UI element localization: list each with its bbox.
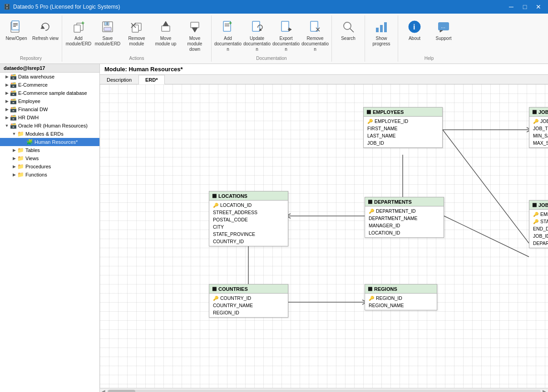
svg-line-51 bbox=[444, 216, 529, 257]
erd-connections bbox=[100, 84, 548, 388]
erd-field: STATE_PROVINCE bbox=[209, 230, 288, 238]
sidebar-item-employee[interactable]: ▶ 🗃️ Employee bbox=[0, 97, 99, 105]
erd-table-header-job-history: ▦ JOB_HISTORY bbox=[529, 201, 548, 210]
tree-toggle-data-warehouse: ▶ bbox=[4, 74, 10, 80]
title-bar: 🗄️ Dataedo 5 Pro (Licensed for Logic Sys… bbox=[0, 0, 548, 14]
erd-field: MAX_SALARY bbox=[529, 139, 548, 147]
maximize-button[interactable]: □ bbox=[519, 2, 531, 11]
horizontal-scrollbar[interactable]: ◀ ▶ bbox=[100, 388, 548, 392]
erd-field: JOB_ID bbox=[529, 232, 548, 240]
erd-field: LAST_NAME bbox=[364, 132, 442, 139]
sidebar-item-human-resources[interactable]: 🧩 Human Resources* bbox=[0, 138, 99, 146]
erd-field: DEPARTMENT_NAME bbox=[365, 215, 444, 222]
erd-canvas[interactable]: ▦ EMPLOYEES 🔑 EMPLOYEE_ID FIRST_NAME LAS… bbox=[100, 84, 548, 388]
erd-field: 🔑 LOCATION_ID bbox=[209, 201, 288, 209]
export-doc-button[interactable]: Export documentation bbox=[272, 16, 301, 54]
move-up-button[interactable]: Move module up bbox=[151, 16, 180, 54]
tab-erd[interactable]: ERD* bbox=[138, 75, 165, 84]
erd-table-employees[interactable]: ▦ EMPLOYEES 🔑 EMPLOYEE_ID FIRST_NAME LAS… bbox=[363, 107, 443, 148]
section-label-actions: Actions bbox=[62, 55, 211, 62]
erd-field: LOCATION_ID bbox=[365, 229, 444, 236]
toolbar: New/Open Refresh view Repository bbox=[0, 14, 548, 64]
about-button[interactable]: i About bbox=[400, 16, 429, 54]
section-label-progress bbox=[365, 60, 398, 62]
refresh-button[interactable]: Refresh view bbox=[31, 16, 60, 54]
sidebar-item-procedures[interactable]: ▶ 📁 Procedures bbox=[0, 162, 99, 171]
erd-field: JOB_TITLE bbox=[529, 125, 548, 132]
new-open-button[interactable]: New/Open bbox=[2, 16, 31, 54]
sidebar-item-oracle-hr[interactable]: ▼ 🗃️ Oracle HR (Human Resources) bbox=[0, 122, 99, 130]
erd-field: JOB_ID bbox=[364, 139, 442, 147]
erd-table-job-history[interactable]: ▦ JOB_HISTORY 🔑 EMPLOYEE_ID 🔑 START_DATE… bbox=[529, 200, 548, 248]
erd-field: 🔑 REGION_ID bbox=[365, 294, 437, 302]
erd-field: COUNTRY_NAME bbox=[209, 302, 288, 309]
sidebar: dataedo@lsrep17 ▶ 🗃️ Data warehouse ▶ 🗃️… bbox=[0, 64, 100, 392]
sidebar-item-financial-dw[interactable]: ▶ 🗃️ Financial DW bbox=[0, 105, 99, 113]
svg-point-33 bbox=[344, 22, 351, 29]
erd-field: COUNTRY_ID bbox=[209, 238, 288, 245]
add-module-button[interactable]: + Add module/ERD bbox=[64, 16, 93, 54]
svg-rect-36 bbox=[380, 25, 383, 32]
erd-table-header-countries: ▦ COUNTRIES bbox=[209, 284, 288, 294]
erd-field: REGION_ID bbox=[209, 309, 288, 316]
window-controls[interactable]: ─ □ ✕ bbox=[505, 2, 544, 11]
erd-table-header-locations: ▦ LOCATIONS bbox=[209, 191, 288, 201]
svg-rect-27 bbox=[281, 21, 289, 31]
svg-rect-37 bbox=[384, 22, 387, 32]
erd-table-regions[interactable]: ▦ REGIONS 🔑 REGION_ID REGION_NAME bbox=[365, 284, 437, 310]
section-label-documentation: Documentation bbox=[212, 55, 331, 62]
move-down-button[interactable]: Move module down bbox=[180, 16, 209, 54]
svg-line-47 bbox=[443, 130, 529, 243]
svg-line-34 bbox=[350, 29, 354, 32]
erd-table-countries[interactable]: ▦ COUNTRIES 🔑 COUNTRY_ID COUNTRY_NAME RE… bbox=[209, 284, 288, 318]
sidebar-item-tables[interactable]: ▶ 📁 Tables bbox=[0, 146, 99, 154]
svg-text:...: ... bbox=[441, 23, 445, 29]
update-doc-button[interactable]: Update documentation bbox=[242, 16, 272, 54]
erd-field: REGION_NAME bbox=[365, 302, 437, 309]
erd-table-header-departments: ▦ DEPARTMENTS bbox=[365, 197, 444, 206]
svg-text:+: + bbox=[81, 20, 84, 26]
sidebar-item-functions[interactable]: ▶ 📁 Functions bbox=[0, 171, 99, 179]
sidebar-item-modules-erds[interactable]: ▼ 📁 Modules & ERDs bbox=[0, 130, 99, 138]
svg-marker-41 bbox=[440, 30, 443, 32]
svg-rect-30 bbox=[311, 21, 318, 31]
erd-field: MIN_SALARY bbox=[529, 132, 548, 139]
erd-table-jobs[interactable]: ▦ JOBS 🔑 JOB_ID JOB_TITLE MIN_SALARY bbox=[529, 107, 548, 148]
tab-description[interactable]: Description bbox=[100, 75, 138, 84]
erd-field: 🔑 DEPARTMENT_ID bbox=[365, 207, 444, 215]
svg-rect-1 bbox=[12, 21, 19, 30]
erd-table-locations[interactable]: ▦ LOCATIONS 🔑 LOCATION_ID STREET_ADDRESS… bbox=[209, 191, 288, 246]
erd-field: STREET_ADDRESS bbox=[209, 209, 288, 216]
toolbar-section-actions: + Add module/ERD Save module/E bbox=[62, 15, 212, 62]
save-module-button[interactable]: Save module/ERD bbox=[93, 16, 122, 54]
toolbar-section-repository: New/Open Refresh view Repository bbox=[0, 15, 62, 62]
erd-field: CITY bbox=[209, 223, 288, 230]
content-area: Module: Human Resources* Description ERD… bbox=[100, 64, 548, 392]
section-label-help: Help bbox=[398, 55, 460, 62]
svg-marker-5 bbox=[41, 26, 44, 29]
svg-rect-11 bbox=[104, 27, 111, 31]
remove-doc-button[interactable]: Remove documentation bbox=[301, 16, 330, 54]
search-button[interactable]: Search bbox=[334, 16, 363, 59]
erd-field: POSTAL_CODE bbox=[209, 216, 288, 223]
sidebar-item-hr-dwh[interactable]: ▶ 🗃️ HR DWH bbox=[0, 113, 99, 122]
sidebar-item-e-commerce-sample[interactable]: ▶ 🗃️ E-Commerce sample database bbox=[0, 89, 99, 97]
erd-field: MANAGER_ID bbox=[365, 222, 444, 229]
erd-table-header-jobs: ▦ JOBS bbox=[529, 108, 548, 117]
app-icon: 🗄️ bbox=[4, 4, 10, 10]
erd-table-header-regions: ▦ REGIONS bbox=[365, 284, 437, 294]
erd-table-departments[interactable]: ▦ DEPARTMENTS 🔑 DEPARTMENT_ID DEPARTMENT… bbox=[365, 197, 444, 238]
sidebar-item-views[interactable]: ▶ 📁 Views bbox=[0, 154, 99, 162]
close-button[interactable]: ✕ bbox=[533, 2, 544, 11]
support-button[interactable]: ... Support bbox=[429, 16, 458, 54]
svg-rect-25 bbox=[252, 21, 260, 31]
minimize-button[interactable]: ─ bbox=[505, 2, 517, 11]
remove-module-button[interactable]: Remove module bbox=[122, 16, 151, 54]
svg-rect-17 bbox=[162, 26, 170, 31]
erd-field: 🔑 COUNTRY_ID bbox=[209, 294, 288, 302]
show-progress-button[interactable]: Show progress bbox=[367, 16, 396, 59]
sidebar-header: dataedo@lsrep17 bbox=[0, 64, 99, 73]
sidebar-item-e-commerce[interactable]: ▶ 🗃️ E-Commerce bbox=[0, 81, 99, 89]
add-doc-button[interactable]: + Add documentation bbox=[213, 16, 242, 54]
sidebar-item-data-warehouse[interactable]: ▶ 🗃️ Data warehouse bbox=[0, 73, 99, 81]
